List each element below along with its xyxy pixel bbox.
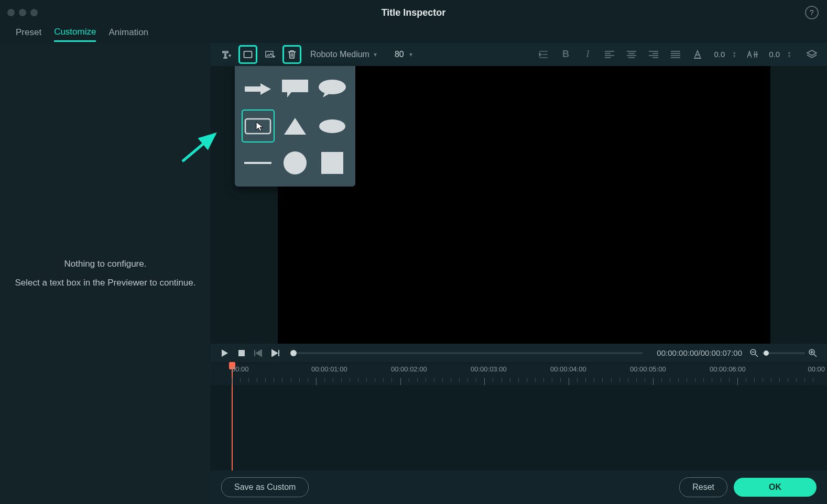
align-justify-icon [671,51,680,58]
align-center-icon [627,51,636,58]
ellipse-icon [318,118,346,135]
progress-handle[interactable] [290,350,297,356]
text-color-button[interactable] [690,47,705,62]
ruler-label: 00:00 [808,365,825,373]
zoom-out-button[interactable] [749,348,759,358]
triangle-icon [283,116,307,137]
font-name: Roboto Medium [310,50,369,59]
shape-arrow-right[interactable] [242,73,274,105]
add-text-icon [221,49,231,60]
progress-track[interactable] [293,352,643,354]
indent-icon [538,50,549,59]
svg-rect-6 [244,162,271,164]
shape-circle[interactable] [279,147,311,179]
line-icon [244,161,271,165]
svg-rect-0 [244,51,252,58]
shape-rounded-rectangle[interactable] [242,110,274,142]
sidebar-message-1: Nothing to configure. [64,259,147,269]
align-right-button[interactable] [646,47,661,62]
canvas-area [211,66,827,344]
window-controls[interactable] [7,9,38,16]
chevron-down-icon: ▾ [374,51,377,58]
shape-line[interactable] [242,147,274,179]
sidebar-message-2: Select a text box in the Previewer to co… [15,278,196,288]
speech-oval-icon [318,79,347,100]
italic-icon: I [586,49,589,60]
text-color-icon [693,50,702,59]
align-left-button[interactable] [602,47,617,62]
timeline-ruler[interactable]: 00:00 00:00:01:00 00:00:02:00 00:00:03:0… [211,363,827,385]
italic-button[interactable]: I [580,47,595,62]
prev-frame-button[interactable] [254,348,263,358]
svg-rect-8 [321,152,343,174]
bold-icon: B [562,49,569,60]
add-shape-button[interactable] [239,46,257,63]
add-image-button[interactable] [261,46,279,63]
font-size-value: 80 [395,50,404,59]
zoom-slider[interactable] [762,352,805,354]
zoom-in-icon [808,348,818,358]
close-window[interactable] [7,9,15,16]
chevron-down-icon: ▾ [409,51,412,58]
track-playhead[interactable] [232,385,233,471]
char-spacing-value[interactable]: 0.0 [714,50,725,59]
zoom-in-button[interactable] [808,348,818,358]
shape-ellipse[interactable] [316,110,348,142]
ruler-label: 00:00:04:00 [550,365,586,373]
shape-triangle[interactable] [279,110,311,142]
bold-button[interactable]: B [558,47,573,62]
prev-frame-icon [254,349,263,357]
add-shape-icon [243,49,253,60]
minimize-window[interactable] [19,9,26,16]
arrow-right-icon [244,82,272,96]
layers-button[interactable] [804,47,820,62]
line-spacing-value[interactable]: 0.0 [769,50,780,59]
play-button[interactable] [220,348,230,358]
add-text-button[interactable] [217,46,235,63]
help-icon[interactable]: ? [805,6,819,19]
tab-preset[interactable]: Preset [16,27,41,41]
tab-animation[interactable]: Animation [108,27,148,41]
ruler-label: 00:00:03:00 [471,365,507,373]
delete-button[interactable] [283,46,301,63]
delete-icon [287,49,297,60]
tracking-button[interactable] [745,47,760,62]
tab-customize[interactable]: Customize [54,27,96,42]
shape-speech-rect[interactable] [279,73,311,105]
font-size-select[interactable]: 80 ▾ [389,46,418,63]
ruler-label: 00:00:02:00 [391,365,427,373]
shape-speech-oval[interactable] [316,73,348,105]
timecode-display: 00:00:00:00/00:00:07:00 [657,348,742,357]
circle-icon [283,151,307,175]
next-frame-button[interactable] [270,348,280,358]
stop-button[interactable] [237,348,246,358]
shape-picker-popup [235,66,355,187]
square-icon [320,151,344,175]
indent-button[interactable] [536,47,551,62]
save-as-custom-button[interactable]: Save as Custom [221,477,309,497]
shape-square[interactable] [316,147,348,179]
cursor-icon [256,122,264,132]
line-spacing-stepper[interactable]: ▲▼ [787,51,791,58]
zoom-out-icon [749,348,759,358]
svg-rect-10 [238,350,245,356]
ruler-label: 00:00:01:00 [311,365,347,373]
title-bar: Title Inspector ? [0,0,827,25]
align-justify-button[interactable] [668,47,683,62]
ruler-ticks [232,378,822,385]
font-select[interactable]: Roboto Medium ▾ [305,46,382,63]
play-icon [221,349,228,357]
tracking-icon [747,50,758,59]
align-center-button[interactable] [624,47,639,62]
toolbar: Roboto Medium ▾ 80 ▾ B I 0.0 ▲▼ 0.0 ▲▼ [211,43,827,66]
ruler-label: 00:00 [232,365,249,373]
zoom-window[interactable] [30,9,38,16]
timeline-tracks[interactable] [211,385,827,471]
window-title: Title Inspector [382,7,446,18]
layers-icon [806,49,818,60]
spacing-stepper[interactable]: ▲▼ [732,51,736,58]
ok-button[interactable]: OK [734,478,817,497]
svg-point-3 [319,80,346,94]
reset-button[interactable]: Reset [679,477,727,497]
svg-point-7 [284,151,307,174]
